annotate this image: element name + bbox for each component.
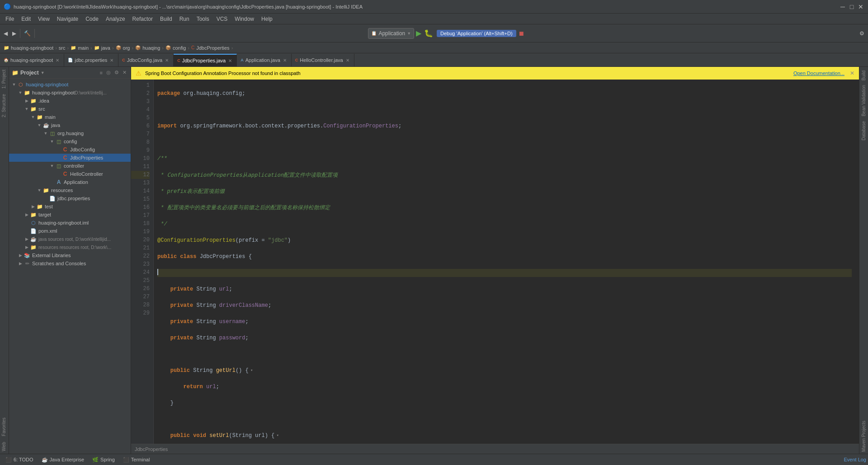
bean-validation-label[interactable]: Bean Validation — [860, 83, 867, 118]
debug-button[interactable]: 🐛 — [423, 28, 434, 38]
project-tool-label[interactable]: 1: Project — [0, 67, 9, 91]
menu-edit[interactable]: Edit — [18, 15, 34, 23]
tree-item-jdbc-props[interactable]: 📄 jdbc.properties — [9, 194, 131, 202]
forward-button[interactable]: ▶ — [10, 27, 18, 40]
breadcrumb-huaqing[interactable]: huaqing — [142, 45, 160, 51]
maximize-button[interactable]: □ — [848, 3, 855, 10]
code-content[interactable]: package org.huaqing.config; import org.s… — [154, 80, 855, 444]
tree-item-idea[interactable]: ▶ 📁 .idea — [9, 97, 131, 105]
tree-item-module[interactable]: ▼ 📁 huaqing-springboot D:\work\Intellij.… — [9, 89, 131, 97]
tree-item-hellocontroller[interactable]: C HelloController — [9, 170, 131, 178]
close-button[interactable]: ✕ — [857, 3, 864, 10]
menu-navigate[interactable]: Navigate — [53, 15, 82, 23]
tab-todo[interactable]: ⬛ 6: TODO — [2, 456, 37, 464]
project-header-dropdown[interactable]: ▼ — [41, 70, 45, 75]
tab-hellocontroller[interactable]: C HelloController.java ✕ — [292, 54, 354, 66]
settings-tree-button[interactable]: ⚙ — [113, 69, 120, 76]
favorites-label[interactable]: Favorites — [0, 415, 9, 439]
database-label[interactable]: Database — [860, 119, 867, 142]
title-bar-controls[interactable]: ─ □ ✕ — [839, 3, 864, 10]
menu-build[interactable]: Build — [156, 15, 176, 23]
event-log-link[interactable]: Event Log — [844, 457, 866, 462]
open-docs-link[interactable]: Open Documentation... — [793, 70, 844, 76]
tab-application[interactable]: A Application.java ✕ — [237, 54, 292, 66]
menu-tools[interactable]: Tools — [193, 15, 213, 23]
tree-item-controller[interactable]: ▼ ◫ controller — [9, 162, 131, 170]
tree-item-ext-libs[interactable]: ▶ 📚 External Libraries — [9, 251, 131, 259]
menu-analyze[interactable]: Analyze — [102, 15, 129, 23]
tree-item-res-root[interactable]: ▶ 📁 resources resources root, D:\work\..… — [9, 243, 131, 251]
settings-button[interactable]: ⚙ — [858, 27, 866, 40]
breadcrumb-java[interactable]: java — [101, 45, 110, 51]
locate-file-button[interactable]: ◎ — [105, 69, 112, 76]
back-button[interactable]: ◀ — [2, 27, 9, 40]
warning-close[interactable]: ✕ — [850, 70, 854, 76]
build-tool-label[interactable]: Build — [860, 69, 867, 82]
tree-item-org[interactable]: ▼ ◫ org.huaqing — [9, 129, 131, 137]
tab-jdbcproperties-close[interactable]: ✕ — [227, 58, 233, 64]
menu-refactor[interactable]: Refactor — [129, 15, 156, 23]
menu-help[interactable]: Help — [258, 15, 276, 23]
maven-projects-label[interactable]: Maven Projects — [860, 419, 867, 454]
breadcrumb-src[interactable]: src — [59, 45, 66, 51]
tree-label-resources: resources — [51, 188, 73, 193]
todo-count-icon: ⬛ — [5, 457, 12, 463]
tree-item-application[interactable]: A Application — [9, 178, 131, 186]
run-button[interactable]: ▶ — [415, 28, 422, 38]
collapse-all-button[interactable]: ≡ — [99, 69, 104, 76]
fold-btn-22[interactable]: ▾ — [275, 432, 280, 440]
menu-vcs[interactable]: VCS — [213, 15, 231, 23]
tree-item-java-root[interactable]: ▶ ☕ java sources root, D:\work\Intelliji… — [9, 235, 131, 243]
minimize-button[interactable]: ─ — [839, 3, 846, 10]
tree-item-test[interactable]: ▶ 📁 test — [9, 202, 131, 211]
tree-icon-src: 📁 — [30, 105, 37, 113]
run-config-selector[interactable]: 📋 Application ▼ — [368, 28, 414, 39]
menu-code[interactable]: Code — [82, 15, 102, 23]
tab-jdbcproperties[interactable]: C JdbcProperties.java ✕ — [174, 54, 237, 66]
code-editor[interactable]: 1 2 3 4 5 6 7 8 9 10 11 12 13 14 15 16 1… — [131, 80, 859, 444]
tab-project[interactable]: 🏠 huaqing-springboot ✕ — [0, 54, 64, 66]
build-button[interactable]: 🔨 — [22, 27, 33, 40]
project-tree[interactable]: ▼ ⬡ huaqing-springboot ▼ 📁 huaqing-sprin… — [9, 79, 131, 454]
tab-hellocontroller-close[interactable]: ✕ — [345, 57, 350, 63]
tree-item-jdbcprops[interactable]: C JdbcProperties — [9, 154, 131, 162]
menu-file[interactable]: File — [2, 15, 18, 23]
fold-btn-18[interactable]: ▾ — [250, 366, 254, 375]
web-label[interactable]: Web — [0, 439, 9, 454]
tab-jdbcconfig-close[interactable]: ✕ — [164, 57, 170, 63]
tab-spring[interactable]: 🌿 Spring — [89, 456, 118, 464]
menu-window[interactable]: Window — [231, 15, 258, 23]
tab-terminal-label: Terminal — [131, 457, 150, 462]
breadcrumb-project[interactable]: huaqing-springboot — [11, 45, 53, 51]
tree-item-pom[interactable]: 📄 pom.xml — [9, 227, 131, 235]
bottom-tabs: ⬛ 6: TODO ☕ Java Enterprise 🌿 Spring ⬛ T… — [0, 454, 868, 465]
stop-button[interactable]: ⏹ — [517, 29, 525, 38]
tab-jdbc-props-close[interactable]: ✕ — [109, 57, 114, 63]
tab-application-close[interactable]: ✕ — [282, 57, 288, 63]
tab-jdbcproperties-label: JdbcProperties.java — [182, 58, 226, 63]
menu-run[interactable]: Run — [176, 15, 193, 23]
hide-panel-button[interactable]: ✕ — [121, 69, 128, 76]
tree-item-scratches[interactable]: ▶ ✏ Scratches and Consoles — [9, 259, 131, 268]
tab-java-enterprise[interactable]: ☕ Java Enterprise — [38, 456, 88, 464]
tab-terminal[interactable]: ⬛ Terminal — [119, 456, 154, 464]
tree-item-target[interactable]: ▶ 📁 target — [9, 211, 131, 219]
tree-item-root[interactable]: ▼ ⬡ huaqing-springboot — [9, 80, 131, 89]
structure-tool-label[interactable]: 2: Structure — [0, 91, 9, 120]
tree-item-jdbcconfig[interactable]: C JdbcConfig — [9, 146, 131, 154]
tree-item-iml[interactable]: ⬡ huaqing-springboot.iml — [9, 219, 131, 227]
breadcrumb-config[interactable]: config — [173, 45, 186, 51]
tab-jdbcconfig[interactable]: C JdbcConfig.java ✕ — [118, 54, 174, 66]
tab-project-close[interactable]: ✕ — [55, 57, 60, 63]
tree-item-java[interactable]: ▼ ☕ java — [9, 121, 131, 129]
tree-arrow-org: ▼ — [42, 131, 49, 136]
breadcrumb-file[interactable]: JdbcProperties — [196, 45, 229, 51]
tab-jdbc-props[interactable]: 📄 jdbc.properties ✕ — [64, 54, 118, 66]
breadcrumb-main[interactable]: main — [78, 45, 89, 51]
tree-item-src[interactable]: ▼ 📁 src — [9, 105, 131, 113]
breadcrumb-org[interactable]: org — [123, 45, 130, 51]
tree-item-config[interactable]: ▼ ◫ config — [9, 137, 131, 146]
menu-view[interactable]: View — [34, 15, 53, 23]
tree-item-resources[interactable]: ▼ 📁 resources — [9, 186, 131, 194]
tree-item-main[interactable]: ▼ 📁 main — [9, 113, 131, 121]
